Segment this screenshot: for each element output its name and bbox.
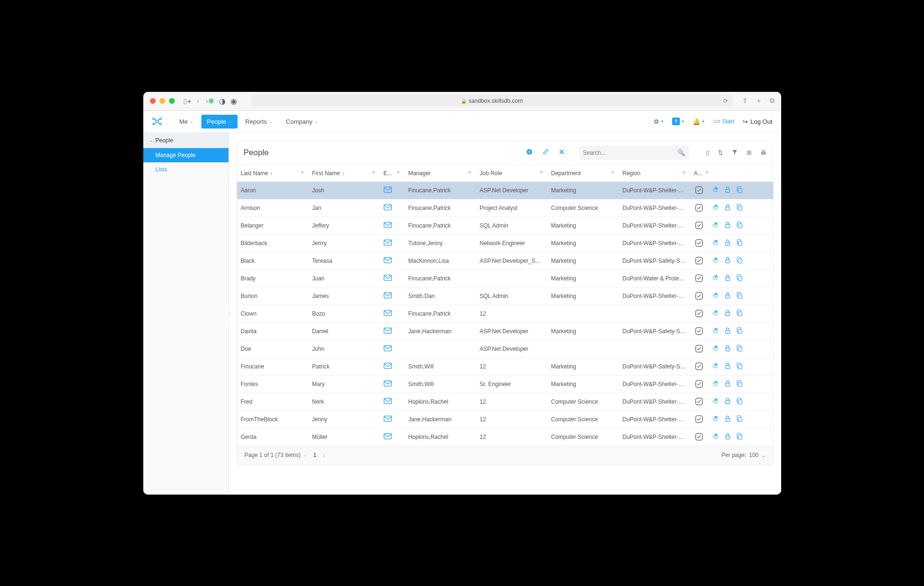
copy-icon[interactable] bbox=[736, 186, 743, 195]
cell-email[interactable] bbox=[380, 393, 405, 410]
search-icon[interactable]: 🔍 bbox=[677, 149, 685, 156]
gesture-icon[interactable] bbox=[712, 221, 719, 230]
table-row[interactable]: BurtonJamesSmith,DanSQL AdminMarketingDu… bbox=[237, 288, 773, 305]
table-row[interactable]: FromTheBlockJennyJane,Hackerman12Compute… bbox=[237, 411, 773, 428]
table-row[interactable]: GerdaMüllerHopkins,Rachel12Computer Scie… bbox=[237, 428, 773, 446]
close-window-icon[interactable] bbox=[150, 98, 156, 104]
gesture-icon[interactable] bbox=[712, 292, 719, 300]
column-header-dept[interactable]: Department bbox=[547, 165, 619, 181]
cell-active[interactable] bbox=[690, 235, 708, 251]
filter-icon[interactable] bbox=[396, 170, 401, 176]
gesture-icon[interactable] bbox=[712, 239, 719, 248]
table-row[interactable]: BelangerJefferyFinucane,PatrickSQL Admin… bbox=[237, 217, 773, 235]
cell-email[interactable] bbox=[380, 252, 405, 269]
cell-email[interactable] bbox=[380, 323, 405, 339]
column-header-first[interactable]: First Name↑ bbox=[308, 165, 380, 181]
lock-icon[interactable] bbox=[724, 292, 731, 300]
add-icon[interactable] bbox=[526, 149, 533, 157]
lock-icon[interactable] bbox=[724, 274, 731, 283]
table-row[interactable]: FinucanePatrickSmith,Will12MarketingDuPo… bbox=[237, 358, 773, 376]
globe-icon[interactable]: ◉ bbox=[230, 97, 237, 106]
lock-icon[interactable] bbox=[724, 309, 731, 318]
copy-icon[interactable] bbox=[736, 274, 743, 283]
url-bar[interactable]: 🔒 sandbox.skillsdb.com ⟳ bbox=[251, 95, 733, 107]
copy-icon[interactable] bbox=[736, 221, 743, 230]
refresh-icon[interactable]: ⟳ bbox=[723, 98, 728, 104]
evernote-icon[interactable]: ❋ bbox=[208, 97, 214, 106]
nav-item-company[interactable]: Company⌄ bbox=[280, 115, 324, 129]
cell-active[interactable] bbox=[690, 270, 708, 287]
filter-icon[interactable] bbox=[467, 170, 472, 176]
nav-item-reports[interactable]: Reports⌄ bbox=[239, 115, 278, 129]
lock-icon[interactable] bbox=[724, 345, 731, 353]
cell-email[interactable] bbox=[380, 235, 405, 251]
copy-icon[interactable] bbox=[736, 433, 743, 441]
sidebar-section-header[interactable]: ⌄ People bbox=[143, 133, 229, 148]
cell-active[interactable] bbox=[690, 305, 708, 322]
gesture-icon[interactable] bbox=[712, 186, 719, 195]
search-box[interactable]: 🔍 bbox=[579, 146, 689, 160]
gesture-icon[interactable] bbox=[712, 327, 719, 336]
column-header-mgr[interactable]: Manager bbox=[405, 165, 476, 181]
lock-icon[interactable] bbox=[724, 415, 731, 424]
copy-icon[interactable] bbox=[736, 362, 743, 371]
lock-icon[interactable] bbox=[724, 397, 731, 406]
table-row[interactable]: DavilaDanielJane,HackermanASP.Net Develo… bbox=[237, 323, 773, 340]
cell-active[interactable] bbox=[690, 358, 708, 375]
column-header-reg[interactable]: Region bbox=[619, 165, 690, 181]
table-row[interactable]: BlackTereasaMacKinnon,LisaASP.Net Develo… bbox=[237, 252, 773, 270]
logout-button[interactable]: ↪Log Out bbox=[743, 118, 772, 125]
gesture-icon[interactable] bbox=[712, 397, 719, 406]
nav-item-me[interactable]: Me⌄ bbox=[174, 115, 199, 129]
gesture-icon[interactable] bbox=[712, 309, 719, 318]
app-logo[interactable] bbox=[152, 116, 162, 127]
cell-active[interactable] bbox=[690, 376, 708, 392]
copy-icon[interactable] bbox=[736, 292, 743, 300]
help-menu[interactable]: ?▾ bbox=[672, 118, 684, 125]
lock-icon[interactable] bbox=[724, 204, 731, 212]
cell-active[interactable] bbox=[690, 393, 708, 410]
filter-icon[interactable] bbox=[610, 170, 615, 176]
lock-icon[interactable] bbox=[724, 186, 731, 195]
lock-icon[interactable] bbox=[724, 239, 731, 248]
back-button[interactable]: ‹ bbox=[197, 97, 199, 105]
shield-icon[interactable]: ◑ bbox=[219, 97, 226, 106]
column-header-act[interactable]: A... bbox=[690, 165, 708, 181]
sidebar-item-lists[interactable]: Lists bbox=[143, 162, 229, 177]
gesture-icon[interactable] bbox=[712, 362, 719, 371]
filter-icon[interactable] bbox=[539, 170, 544, 176]
cell-email[interactable] bbox=[380, 199, 405, 216]
share-icon[interactable]: ⇪ bbox=[742, 97, 748, 105]
cell-email[interactable] bbox=[380, 305, 405, 322]
copy-icon[interactable] bbox=[736, 309, 743, 318]
cell-active[interactable] bbox=[690, 182, 708, 199]
tabs-icon[interactable]: ⧉ bbox=[770, 97, 775, 105]
cell-email[interactable] bbox=[380, 217, 405, 234]
filter-icon[interactable] bbox=[300, 170, 305, 176]
start-button[interactable]: 123 Start bbox=[713, 118, 734, 125]
group-icon[interactable]: ⊞ bbox=[746, 149, 752, 157]
gesture-icon[interactable] bbox=[712, 257, 719, 265]
copy-icon[interactable] bbox=[736, 257, 743, 265]
table-row[interactable]: BilderbackJerrryTutone,JennyNetwork Engi… bbox=[237, 235, 773, 252]
cell-active[interactable] bbox=[690, 411, 708, 427]
copy-icon[interactable] bbox=[736, 380, 743, 388]
table-row[interactable]: AaronJoshFinucane,PatrickASP.Net Develop… bbox=[237, 182, 773, 199]
gesture-icon[interactable] bbox=[712, 380, 719, 388]
cell-email[interactable] bbox=[380, 376, 405, 392]
copy-icon[interactable] bbox=[736, 327, 743, 336]
copy-icon[interactable] bbox=[736, 239, 743, 248]
settings-menu[interactable]: ⚙▾ bbox=[654, 118, 664, 125]
nav-item-people[interactable]: People⌄ bbox=[201, 115, 238, 129]
copy-icon[interactable] bbox=[736, 345, 743, 353]
pager-prev[interactable]: ‹ bbox=[301, 452, 310, 459]
table-row[interactable]: FredNerkHopkins,Rachel12Computer Science… bbox=[237, 393, 773, 411]
cell-active[interactable] bbox=[690, 199, 708, 216]
lock-icon[interactable] bbox=[724, 221, 731, 230]
lock-icon[interactable] bbox=[724, 257, 731, 265]
lock-icon[interactable] bbox=[724, 380, 731, 388]
gesture-icon[interactable] bbox=[712, 415, 719, 424]
gesture-icon[interactable] bbox=[712, 433, 719, 441]
clear-icon[interactable] bbox=[558, 149, 565, 157]
sidebar-item-manage-people[interactable]: Manage People bbox=[143, 148, 229, 162]
